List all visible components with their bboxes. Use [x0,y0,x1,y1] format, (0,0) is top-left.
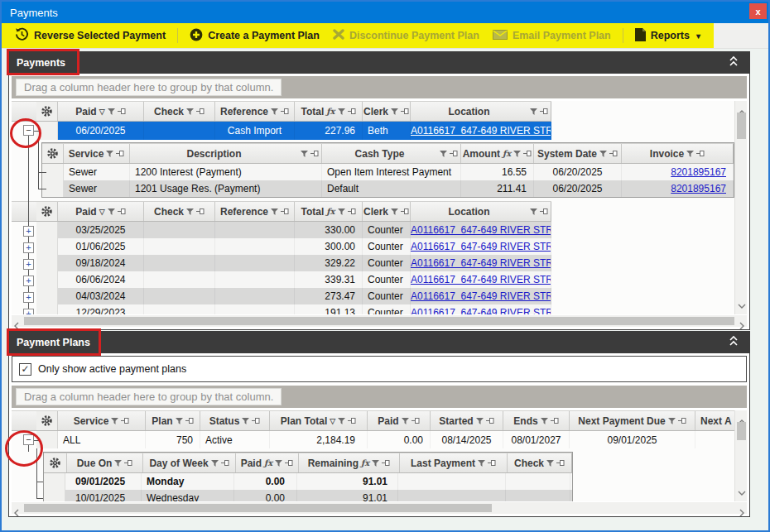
payment-plans-panel-header[interactable]: Payment Plans [8,331,750,353]
filter-icon[interactable] [440,148,447,160]
pin-icon[interactable] [556,458,565,469]
column-header-started[interactable]: Started [431,411,503,430]
schedule-row[interactable]: 09/01/2025 Monday 0.00 91.01 [44,473,572,490]
pin-icon[interactable] [348,415,356,427]
column-header-service[interactable]: Service [58,411,146,430]
grid-settings-gear-button[interactable] [36,411,58,430]
column-header-system-date[interactable]: System Date [534,144,622,163]
invoice-link[interactable]: 8201895167 [671,183,726,194]
pin-icon[interactable] [382,458,390,469]
invoice-link[interactable]: 8201895167 [671,166,726,178]
expand-row-button[interactable]: + [23,259,34,270]
filter-icon[interactable] [541,415,548,427]
column-header-ends[interactable]: Ends [503,411,570,430]
pin-icon[interactable] [540,206,548,218]
column-header-total[interactable]: Totalƒx [295,202,363,221]
pin-icon[interactable] [401,206,409,218]
column-header-location[interactable]: Location [411,202,551,221]
filter-icon[interactable] [402,415,409,427]
pin-icon[interactable] [488,458,496,469]
expand-row-button[interactable]: + [23,276,34,286]
filter-icon[interactable] [108,106,115,117]
group-by-bar[interactable]: Drag a column header here to group by th… [12,76,747,98]
column-header-description[interactable]: Description [130,144,322,163]
expand-row-button[interactable]: + [23,309,34,314]
location-link[interactable]: A0116617 647-649 RIVER STREET [411,307,551,314]
pin-icon[interactable] [348,206,356,218]
column-header-last-payment[interactable]: Last Payment [400,453,508,472]
column-header-next-payment-due[interactable]: Next Payment Due [570,411,695,430]
column-header-location[interactable]: Location [411,102,551,121]
expand-row-button[interactable]: + [23,292,34,303]
collapse-panel-icon[interactable] [729,55,739,70]
filter-icon[interactable] [108,206,115,218]
pin-icon[interactable] [285,458,293,469]
payment-row[interactable]: 06/06/2024 339.31 Counter A0116617 647-6… [12,271,551,288]
discontinue-payment-plan-button[interactable]: Discontinue Payment Plan [328,29,484,42]
collapse-row-button[interactable]: − [23,434,34,445]
filter-icon[interactable] [599,148,607,160]
column-header-invoice[interactable]: Invoice [622,144,734,163]
filter-icon[interactable] [114,458,122,469]
column-header-paid[interactable]: Paid [368,411,431,430]
payment-row[interactable]: 04/03/2024 273.47 Counter A0116617 647-6… [12,288,551,304]
column-header-paid[interactable]: Paid▽ [58,102,144,121]
pin-icon[interactable] [401,106,409,117]
column-header-clerk[interactable]: Clerk [363,202,411,221]
pin-icon[interactable] [252,415,260,427]
pin-icon[interactable] [185,415,194,427]
filter-icon[interactable] [338,206,345,218]
column-header-plan[interactable]: Plan [146,411,200,430]
column-header-check[interactable]: Check [508,453,572,472]
filter-icon[interactable] [271,206,278,218]
filter-icon[interactable] [338,106,345,117]
scroll-right-icon[interactable] [739,506,744,520]
vertical-scrollbar[interactable] [734,101,747,314]
filter-icon[interactable] [513,148,521,160]
scrollbar-thumb[interactable] [737,422,746,440]
column-header-due-on[interactable]: Due On [67,453,143,472]
filter-icon[interactable] [530,106,537,117]
filter-icon[interactable] [530,206,537,218]
column-header-total[interactable]: Totalƒx [295,102,363,121]
filter-icon[interactable] [476,415,484,427]
column-header-amount[interactable]: Amountƒx [461,144,534,163]
column-header-remaining[interactable]: Remainingƒx [299,453,400,472]
grid-settings-gear-button[interactable] [42,144,64,163]
reports-dropdown-button[interactable]: Reports ▾ [630,28,705,44]
column-header-reference[interactable]: Reference [215,202,295,221]
filter-icon[interactable] [242,415,249,427]
filter-icon[interactable] [211,458,219,469]
pin-icon[interactable] [118,106,126,117]
pin-icon[interactable] [540,106,548,117]
pin-icon[interactable] [609,148,618,160]
plan-row[interactable]: ALL 750 Active 2,184.19 0.00 08/14/2025 … [12,431,734,448]
scrollbar-thumb[interactable] [24,317,734,325]
pin-icon[interactable] [116,148,124,160]
pin-icon[interactable] [196,106,205,117]
filter-icon[interactable] [106,148,113,160]
scroll-down-icon[interactable] [738,484,746,499]
pin-icon[interactable] [411,415,420,427]
schedule-row[interactable]: 10/01/2025 Wednesday 0.00 91.01 [44,490,572,501]
create-payment-plan-button[interactable]: Create a Payment Plan [185,28,325,44]
payment-row[interactable]: 12/29/2023 191.13 Counter A0116617 647-6… [12,304,551,314]
pin-icon[interactable] [348,106,356,117]
detail-row[interactable]: Sewer 1200 Interest (Payment) Open Item … [42,164,734,180]
column-header-plan-total[interactable]: Plan Total▽ [270,411,368,430]
pin-icon[interactable] [551,415,559,427]
column-header-cash-type[interactable]: Cash Type [322,144,461,163]
payment-row[interactable]: 03/25/2025 330.00 Counter A0116617 647-6… [12,222,551,238]
collapse-row-button[interactable]: − [23,125,34,136]
payments-panel-header[interactable]: Payments [8,51,750,74]
payment-row-selected[interactable]: 06/20/2025 Cash Import 227.96 Beth A0116… [12,122,551,140]
location-link[interactable]: A0116617 647-649 RIVER STREET [411,274,551,285]
pin-icon[interactable] [281,206,289,218]
filter-icon[interactable] [271,106,278,117]
column-header-service[interactable]: Service [64,144,130,163]
location-link[interactable]: A0116617 647-649 RIVER STREET [411,241,551,252]
grid-settings-gear-button[interactable] [44,453,67,472]
filter-icon[interactable] [176,415,183,427]
reverse-selected-payment-button[interactable]: Reverse Selected Payment [10,27,171,44]
location-link[interactable]: A0116617 647-649 RIVER STREET [411,125,551,137]
